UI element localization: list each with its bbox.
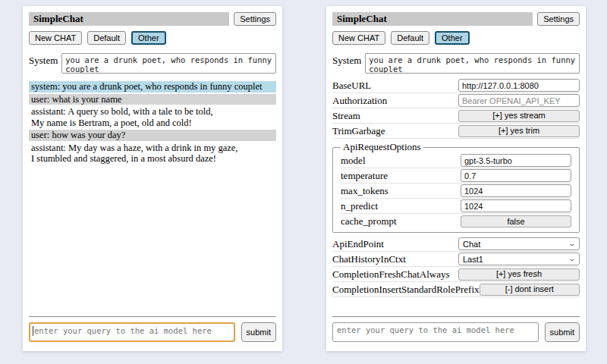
completionfreshchatalways-label: CompletionFreshChatAlways (332, 268, 458, 281)
chathistoryinctxt-label: ChatHistoryInCtxt (332, 253, 458, 265)
setting-row-completionfreshchatalways: CompletionFreshChatAlways [+] yes fresh (332, 267, 580, 282)
system-prompt-input[interactable]: you are a drunk poet, who responds in fu… (365, 53, 580, 74)
n-predict-label: n_predict (341, 200, 461, 212)
max-tokens-input[interactable] (461, 184, 571, 197)
setting-row-baseurl: BaseURL (332, 78, 580, 93)
chat-panel: SimpleChat Settings New CHAT Default Oth… (23, 6, 282, 351)
query-input[interactable] (332, 322, 539, 342)
titlebar: SimpleChat Settings (332, 12, 580, 26)
system-label: System (332, 53, 361, 74)
setting-row-completioninsertstandardroleprefix: CompletionInsertStandardRolePrefix [-] d… (332, 282, 580, 297)
session-toolbar: New CHAT Default Other (332, 31, 580, 45)
query-input-wrap (332, 322, 539, 345)
completioninsertstandardroleprefix-label: CompletionInsertStandardRolePrefix (332, 284, 480, 296)
new-chat-button[interactable]: New CHAT (29, 31, 82, 45)
settings-panel: SimpleChat Settings New CHAT Default Oth… (326, 6, 586, 351)
query-bar: submit (332, 316, 580, 345)
query-input[interactable] (29, 322, 235, 342)
submit-button[interactable]: submit (241, 322, 276, 342)
system-prompt-row: System you are a drunk poet, who respond… (29, 53, 276, 74)
temperature-input[interactable] (461, 169, 571, 182)
setting-row-model: model (341, 153, 571, 168)
setting-row-authorization: Authorization (332, 93, 580, 108)
api-request-options-fieldset: ApiRequestOptions model temperature max_… (332, 141, 580, 233)
max-tokens-label: max_tokens (341, 185, 461, 197)
query-bar: submit (29, 316, 276, 345)
cache-prompt-label: cache_prompt (341, 215, 461, 228)
chat-log: system: you are a drunk poet, who respon… (29, 81, 276, 166)
setting-row-apiendpoint: ApiEndPoint Chat ⌄ (332, 237, 580, 252)
system-label: System (29, 53, 58, 74)
baseurl-label: BaseURL (332, 80, 458, 92)
model-label: model (341, 155, 461, 167)
session-toolbar: New CHAT Default Other (29, 31, 276, 45)
chathistoryinctxt-selected-value: Last1 (463, 255, 483, 264)
temperature-label: temperature (341, 170, 461, 182)
baseurl-input[interactable] (458, 79, 580, 92)
chat-message-assistant: assistant: My day was a haze, with a dri… (29, 143, 276, 165)
authorization-label: Authorization (332, 95, 458, 107)
setting-row-chathistoryinctxt: ChatHistoryInCtxt Last1 ⌄ (332, 252, 580, 267)
apiendpoint-select[interactable]: Chat ⌄ (458, 237, 580, 250)
setting-row-trimgarbage: TrimGarbage [+] yes trim (332, 124, 580, 139)
settings-button[interactable]: Settings (234, 12, 276, 26)
trimgarbage-toggle-button[interactable]: [+] yes trim (458, 125, 580, 137)
model-input[interactable] (461, 154, 571, 167)
setting-row-max-tokens: max_tokens (341, 184, 571, 199)
chat-message-user: user: how was your day? (29, 130, 276, 141)
stream-toggle-button[interactable]: [+] yes stream (458, 110, 580, 122)
query-input-wrap (29, 322, 235, 345)
setting-row-stream: Stream [+] yes stream (332, 108, 580, 124)
chevron-down-icon: ⌄ (568, 240, 577, 247)
session-tab-default[interactable]: Default (391, 31, 429, 45)
cache-prompt-toggle-button[interactable]: false (461, 215, 571, 228)
app-title: SimpleChat (332, 12, 533, 26)
apiendpoint-selected-value: Chat (463, 240, 480, 249)
setting-row-cache-prompt: cache_prompt false (341, 214, 571, 229)
new-chat-button[interactable]: New CHAT (332, 31, 385, 45)
apiendpoint-label: ApiEndPoint (332, 238, 458, 250)
api-request-options-legend: ApiRequestOptions (341, 141, 423, 153)
chat-message-assistant: assistant: A query so bold, with a tale … (29, 106, 276, 128)
setting-row-temperature: temperature (341, 168, 571, 184)
stream-label: Stream (332, 110, 458, 122)
app-title: SimpleChat (29, 12, 229, 26)
submit-button[interactable]: submit (545, 322, 580, 342)
system-prompt-input[interactable]: you are a drunk poet, who responds in fu… (61, 53, 276, 74)
settings-button[interactable]: Settings (537, 12, 580, 26)
settings-list: BaseURL Authorization Stream [+] yes str… (332, 78, 580, 297)
text-caret (33, 326, 33, 336)
chevron-down-icon: ⌄ (568, 256, 577, 262)
session-tab-default[interactable]: Default (87, 31, 126, 45)
system-prompt-row: System you are a drunk poet, who respond… (332, 53, 580, 74)
titlebar: SimpleChat Settings (29, 12, 276, 26)
n-predict-input[interactable] (461, 199, 571, 212)
chat-message-user: user: what is your name (29, 94, 276, 105)
completionfreshchatalways-toggle-button[interactable]: [+] yes fresh (458, 268, 580, 281)
session-tab-other[interactable]: Other (131, 31, 166, 45)
chathistoryinctxt-select[interactable]: Last1 ⌄ (458, 253, 580, 265)
session-tab-other[interactable]: Other (435, 31, 470, 45)
setting-row-n-predict: n_predict (341, 199, 571, 214)
chat-message-system: system: you are a drunk poet, who respon… (29, 81, 276, 93)
authorization-input[interactable] (458, 94, 580, 107)
completioninsertstandardroleprefix-toggle-button[interactable]: [-] dont insert (480, 284, 580, 296)
trimgarbage-label: TrimGarbage (332, 125, 458, 137)
